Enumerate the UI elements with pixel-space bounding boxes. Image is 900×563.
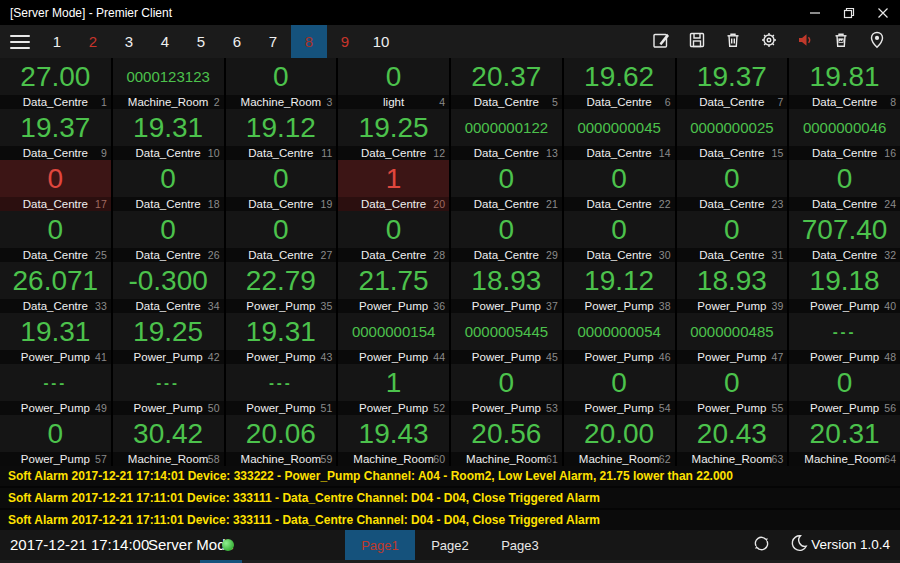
close-button[interactable] (866, 0, 900, 25)
grid-cell-34[interactable]: -0.300Data_Centre34 (113, 262, 224, 313)
grid-cell-39[interactable]: 18.93Power_Pump39 (677, 262, 788, 313)
image-delete-button[interactable] (830, 31, 852, 53)
grid-cell-52[interactable]: 1Power_Pump52 (338, 364, 449, 415)
cell-index: 53 (546, 401, 558, 415)
grid-cell-14[interactable]: 0000000045Data_Centre14 (564, 109, 675, 160)
grid-cell-23[interactable]: 0Data_Centre23 (677, 160, 788, 211)
alarm-row[interactable]: Soft Alarm 2017-12-21 17:11:01 Device: 3… (0, 510, 900, 530)
grid-cell-21[interactable]: 0Data_Centre21 (451, 160, 562, 211)
grid-cell-13[interactable]: 0000000122Data_Centre13 (451, 109, 562, 160)
grid-cell-27[interactable]: 0Data_Centre27 (226, 211, 337, 262)
toolbar-page-8[interactable]: 8 (291, 25, 327, 58)
edit-button[interactable] (650, 31, 672, 53)
grid-cell-38[interactable]: 19.12Power_Pump38 (564, 262, 675, 313)
grid-cell-11[interactable]: 19.12Data_Centre11 (226, 109, 337, 160)
maximize-button[interactable] (832, 0, 866, 25)
alarm-row[interactable]: Soft Alarm 2017-12-21 17:14:01 Device: 3… (0, 466, 900, 488)
grid-cell-22[interactable]: 0Data_Centre22 (564, 160, 675, 211)
grid-cell-44[interactable]: 0000000154Power_Pump44 (338, 313, 449, 364)
grid-cell-30[interactable]: 0Data_Centre30 (564, 211, 675, 262)
grid-cell-15[interactable]: 0000000025Data_Centre15 (677, 109, 788, 160)
grid-cell-61[interactable]: 20.56Machine_Room61 (451, 415, 562, 466)
grid-cell-60[interactable]: 19.43Machine_Room60 (338, 415, 449, 466)
location-button[interactable] (866, 31, 888, 53)
settings-button[interactable] (758, 31, 780, 53)
toolbar-page-9[interactable]: 9 (327, 25, 363, 58)
grid-cell-56[interactable]: 0Power_Pump56 (789, 364, 900, 415)
grid-cell-4[interactable]: 0light4 (338, 58, 449, 109)
delete-button[interactable] (722, 31, 744, 53)
toolbar-page-2[interactable]: 2 (75, 25, 111, 58)
grid-cell-9[interactable]: 19.37Data_Centre9 (0, 109, 111, 160)
grid-cell-1[interactable]: 27.00Data_Centre1 (0, 58, 111, 109)
grid-cell-8[interactable]: 19.81Data_Centre8 (789, 58, 900, 109)
grid-cell-64[interactable]: 20.31Machine_Room64 (789, 415, 900, 466)
grid-cell-17[interactable]: 0Data_Centre17 (0, 160, 111, 211)
toolbar-page-5[interactable]: 5 (183, 25, 219, 58)
grid-cell-62[interactable]: 20.00Machine_Room62 (564, 415, 675, 466)
cell-index: 55 (772, 401, 784, 415)
grid-cell-40[interactable]: 19.18Power_Pump40 (789, 262, 900, 313)
grid-cell-46[interactable]: 0000000054Power_Pump46 (564, 313, 675, 364)
grid-cell-10[interactable]: 19.31Data_Centre10 (113, 109, 224, 160)
cell-footer: Data_Centre22 (564, 197, 675, 211)
tab-page2[interactable]: Page2 (415, 530, 485, 560)
grid-cell-53[interactable]: 0Power_Pump53 (451, 364, 562, 415)
grid-cell-58[interactable]: 30.42Machine_Room58 (113, 415, 224, 466)
speaker-button[interactable] (794, 31, 816, 53)
grid-cell-5[interactable]: 20.37Data_Centre5 (451, 58, 562, 109)
grid-cell-43[interactable]: 19.31Power_Pump43 (226, 313, 337, 364)
tab-page3[interactable]: Page3 (485, 530, 555, 560)
toolbar-page-7[interactable]: 7 (255, 25, 291, 58)
grid-cell-26[interactable]: 0Data_Centre26 (113, 211, 224, 262)
moon-button[interactable] (788, 534, 810, 556)
grid-cell-63[interactable]: 20.43Machine_Room63 (677, 415, 788, 466)
grid-cell-31[interactable]: 0Data_Centre31 (677, 211, 788, 262)
grid-cell-25[interactable]: 0Data_Centre25 (0, 211, 111, 262)
grid-cell-28[interactable]: 0Data_Centre28 (338, 211, 449, 262)
sync-button[interactable] (750, 534, 772, 556)
grid-cell-12[interactable]: 19.25Data_Centre12 (338, 109, 449, 160)
cell-label: Power_Pump (472, 299, 541, 313)
grid-cell-18[interactable]: 0Data_Centre18 (113, 160, 224, 211)
toolbar-page-6[interactable]: 6 (219, 25, 255, 58)
grid-cell-24[interactable]: 0Data_Centre24 (789, 160, 900, 211)
grid-cell-29[interactable]: 0Data_Centre29 (451, 211, 562, 262)
tab-page1[interactable]: Page1 (345, 530, 415, 560)
grid-cell-19[interactable]: 0Data_Centre19 (226, 160, 337, 211)
grid-cell-49[interactable]: ---Power_Pump49 (0, 364, 111, 415)
toolbar-page-1[interactable]: 1 (39, 25, 75, 58)
cell-footer: light4 (338, 95, 449, 109)
grid-cell-45[interactable]: 0000005445Power_Pump45 (451, 313, 562, 364)
grid-cell-35[interactable]: 22.79Power_Pump35 (226, 262, 337, 313)
grid-cell-36[interactable]: 21.75Power_Pump36 (338, 262, 449, 313)
grid-cell-33[interactable]: 26.071Data_Centre33 (0, 262, 111, 313)
grid-cell-57[interactable]: 0Power_Pump57 (0, 415, 111, 466)
grid-cell-16[interactable]: 0000000046Data_Centre16 (789, 109, 900, 160)
grid-cell-32[interactable]: 707.40Data_Centre32 (789, 211, 900, 262)
cell-label: Machine_Room (241, 95, 322, 109)
minimize-button[interactable] (798, 0, 832, 25)
toolbar-page-4[interactable]: 4 (147, 25, 183, 58)
alarm-row[interactable]: Soft Alarm 2017-12-21 17:11:01 Device: 3… (0, 488, 900, 510)
grid-cell-6[interactable]: 19.62Data_Centre6 (564, 58, 675, 109)
grid-cell-2[interactable]: 0000123123Machine_Room2 (113, 58, 224, 109)
grid-cell-3[interactable]: 0Machine_Room3 (226, 58, 337, 109)
grid-cell-37[interactable]: 18.93Power_Pump37 (451, 262, 562, 313)
grid-cell-55[interactable]: 0Power_Pump55 (677, 364, 788, 415)
grid-cell-48[interactable]: ---Power_Pump48 (789, 313, 900, 364)
grid-cell-42[interactable]: 19.25Power_Pump42 (113, 313, 224, 364)
menu-icon[interactable] (10, 35, 30, 49)
grid-cell-47[interactable]: 0000000485Power_Pump47 (677, 313, 788, 364)
cell-label: Data_Centre (474, 95, 539, 109)
grid-cell-50[interactable]: ---Power_Pump50 (113, 364, 224, 415)
grid-cell-7[interactable]: 19.37Data_Centre7 (677, 58, 788, 109)
grid-cell-20[interactable]: 1Data_Centre20 (338, 160, 449, 211)
grid-cell-51[interactable]: ---Power_Pump51 (226, 364, 337, 415)
toolbar-page-3[interactable]: 3 (111, 25, 147, 58)
grid-cell-54[interactable]: 0Power_Pump54 (564, 364, 675, 415)
grid-cell-59[interactable]: 20.06Machine_Room59 (226, 415, 337, 466)
toolbar-page-10[interactable]: 10 (363, 25, 399, 58)
save-button[interactable] (686, 31, 708, 53)
grid-cell-41[interactable]: 19.31Power_Pump41 (0, 313, 111, 364)
